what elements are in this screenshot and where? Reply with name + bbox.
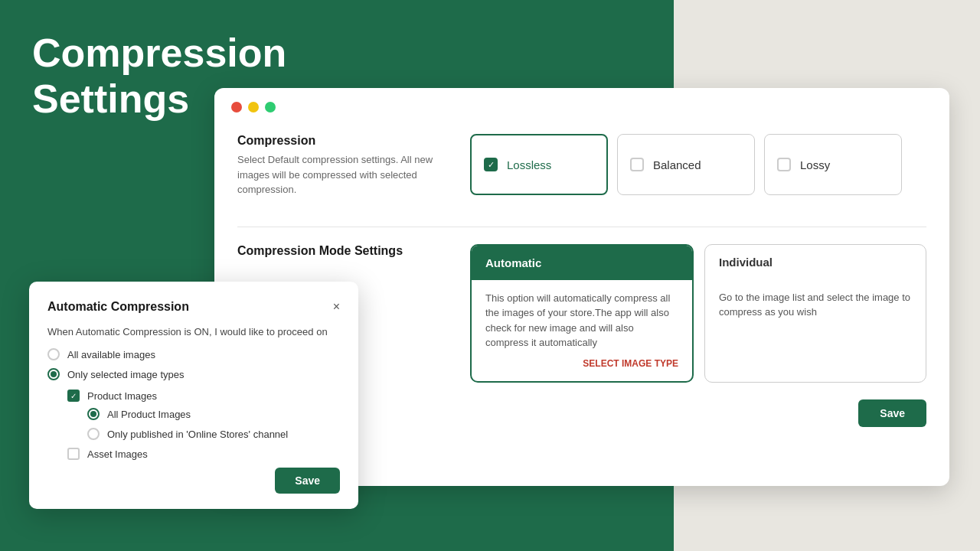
asset-images-checkbox [67,448,80,460]
sub-options: ✓ Product Images All Product Images Only… [67,390,340,460]
radio-selected-dot [47,368,60,380]
automatic-card-body: This option will automatically compress … [472,280,692,381]
radio-only-published-label: Only published in 'Online Stores' channe… [107,429,288,440]
individual-card[interactable]: Individual Go to the image list and sele… [704,244,926,383]
radio-only-published[interactable]: Only published in 'Online Stores' channe… [87,428,340,440]
lossless-checkbox: ✓ [484,158,498,171]
green-dot[interactable] [265,102,276,112]
compression-section: Compression Select Default compression s… [237,134,926,210]
lossy-label: Lossy [800,158,830,171]
radio-all-dot [47,348,60,360]
modal-header: Automatic Compression × [47,300,340,314]
asset-images-label: Asset Images [87,448,148,460]
individual-card-header: Individual [705,245,926,279]
mode-label-col: Compression Mode Settings [237,244,452,262]
select-image-type-link[interactable]: SELECT IMAGE TYPE [485,357,678,370]
divider [237,227,926,227]
radio-selected-types[interactable]: Only selected image types [47,368,340,380]
lossless-label: Lossless [507,158,551,171]
product-images-label: Product Images [87,390,157,402]
compression-section-title: Compression [237,134,452,148]
compression-section-desc: Select Default compression settings. All… [237,152,452,197]
yellow-dot[interactable] [248,102,259,112]
modal-title: Automatic Compression [47,300,189,314]
product-sub-options: All Product Images Only published in 'On… [87,408,340,440]
save-button[interactable]: Save [858,399,926,427]
radio-selected-label: Only selected image types [67,369,184,380]
product-images-checkbox: ✓ [67,390,80,402]
compression-label-col: Compression Select Default compression s… [237,134,452,210]
modal-close-button[interactable]: × [333,301,340,313]
radio-all-label: All available images [67,349,155,360]
lossless-card[interactable]: ✓ Lossless [470,134,608,195]
compression-options: ✓ Lossless Balanced Lossy [470,134,926,195]
product-images-checkbox-item[interactable]: ✓ Product Images [67,390,340,402]
balanced-label: Balanced [653,158,701,171]
traffic-lights [214,88,949,126]
radio-all-product-label: All Product Images [107,409,191,420]
modal-footer: Save [47,468,340,494]
balanced-card[interactable]: Balanced [617,134,755,195]
radio-all-product[interactable]: All Product Images [87,408,340,420]
radio-group: All available images Only selected image… [47,348,340,380]
red-dot[interactable] [231,102,242,112]
radio-all-images[interactable]: All available images [47,348,340,360]
lossy-checkbox [777,158,791,171]
radio-only-published-dot [87,428,100,440]
radio-all-product-dot [87,408,100,420]
balanced-checkbox [630,158,644,171]
modal-description: When Automatic Compression is ON, I woul… [47,326,340,337]
asset-images-checkbox-item[interactable]: Asset Images [67,448,340,460]
mode-section-title: Compression Mode Settings [237,244,452,258]
individual-card-body: Go to the image list and select the imag… [705,279,926,331]
modal-save-button[interactable]: Save [275,468,340,494]
automatic-card[interactable]: Automatic This option will automatically… [470,244,694,383]
mode-options: Automatic This option will automatically… [470,244,926,383]
automatic-card-header: Automatic [472,246,692,280]
lossy-card[interactable]: Lossy [764,134,902,195]
modal-dialog: Automatic Compression × When Automatic C… [29,282,358,509]
